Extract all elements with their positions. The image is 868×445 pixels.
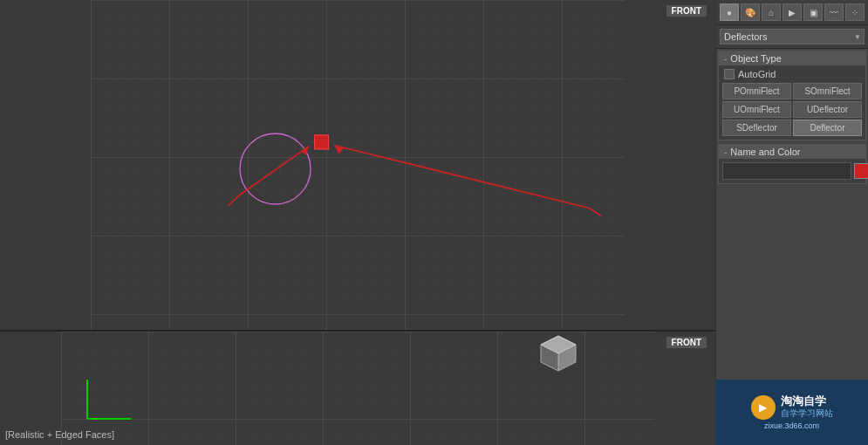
object-type-buttons: POmniFlect SOmniFlect UOmniFlect UDeflec… (722, 83, 862, 136)
deflector-button[interactable]: Deflector (793, 120, 862, 136)
panel-spacer: ▶ 淘淘自学 自学学习网站 zixue.3d66.com (716, 186, 868, 445)
svg-rect-3 (315, 135, 329, 149)
hierarchy-tool-icon[interactable]: ⌂ (762, 3, 781, 21)
autogrid-label: AutoGrid (738, 69, 776, 79)
watermark: ▶ 淘淘自学 自学学习网站 zixue.3d66.com (715, 380, 868, 445)
motion-tool-icon[interactable]: ▶ (783, 3, 802, 21)
name-color-collapse-icon: - (724, 147, 727, 157)
display-tool-icon[interactable]: ▣ (803, 3, 823, 21)
object-type-header[interactable]: - Object Type (719, 51, 865, 65)
object-type-title: Object Type (730, 53, 782, 64)
sdeflector-button[interactable]: SDeflector (722, 120, 791, 136)
object-type-collapse-icon: - (724, 54, 727, 64)
name-color-section: - Name and Color (718, 144, 866, 184)
watermark-url: zixue.3d66.com (764, 421, 819, 430)
color-swatch[interactable] (854, 163, 868, 179)
object-type-content: AutoGrid POmniFlect SOmniFlect UOmniFlec… (719, 65, 865, 140)
name-color-header[interactable]: - Name and Color (719, 145, 865, 159)
circle-tool-icon[interactable]: ● (720, 3, 739, 21)
svg-rect-1 (91, 0, 625, 330)
autogrid-row: AutoGrid (722, 69, 862, 79)
viewport-status: [Realistic + Edged Faces] (5, 429, 114, 440)
viewport-scene (0, 0, 715, 330)
autogrid-checkbox[interactable] (724, 69, 735, 79)
paint-tool-icon[interactable]: 🎨 (741, 3, 760, 21)
right-panel: ● 🎨 ⌂ ▶ ▣ 〰 ⁘ Deflectors Forces Misc - O… (715, 0, 868, 445)
play-circle-icon: ▶ (751, 395, 776, 420)
viewport-bottom-scene (0, 332, 715, 445)
viewport-bottom[interactable]: [Realistic + Edged Faces] FRONT (0, 332, 715, 445)
category-dropdown-row: Deflectors Forces Misc (716, 25, 868, 49)
uomniflect-button[interactable]: UOmniFlect (722, 101, 791, 118)
viewport-top-label: FRONT (666, 5, 707, 17)
udeflector-button[interactable]: UDeflector (793, 101, 862, 118)
viewport-bottom-label: FRONT (666, 337, 707, 348)
somniflect-button[interactable]: SOmniFlect (793, 83, 862, 99)
pomniflect-button[interactable]: POmniFlect (722, 83, 791, 99)
category-dropdown[interactable]: Deflectors Forces Misc (720, 29, 865, 44)
object-type-section: - Object Type AutoGrid POmniFlect SOmniF… (718, 51, 866, 140)
category-dropdown-wrapper: Deflectors Forces Misc (720, 29, 865, 44)
utilities-tool-icon[interactable]: 〰 (824, 3, 844, 21)
viewport-top[interactable]: FRONT (0, 0, 715, 332)
watermark-logo: ▶ 淘淘自学 自学学习网站 (751, 394, 833, 421)
panel-icon-row: ● 🎨 ⌂ ▶ ▣ 〰 ⁘ (716, 0, 868, 25)
watermark-tagline: 自学学习网站 (781, 407, 833, 420)
extra-tool-icon[interactable]: ⁘ (845, 3, 865, 21)
name-color-title: Name and Color (730, 147, 800, 157)
name-input-field[interactable] (722, 162, 851, 180)
watermark-brand: 淘淘自学 自学学习网站 (781, 394, 833, 421)
play-symbol: ▶ (759, 401, 767, 414)
name-color-content (719, 159, 865, 183)
